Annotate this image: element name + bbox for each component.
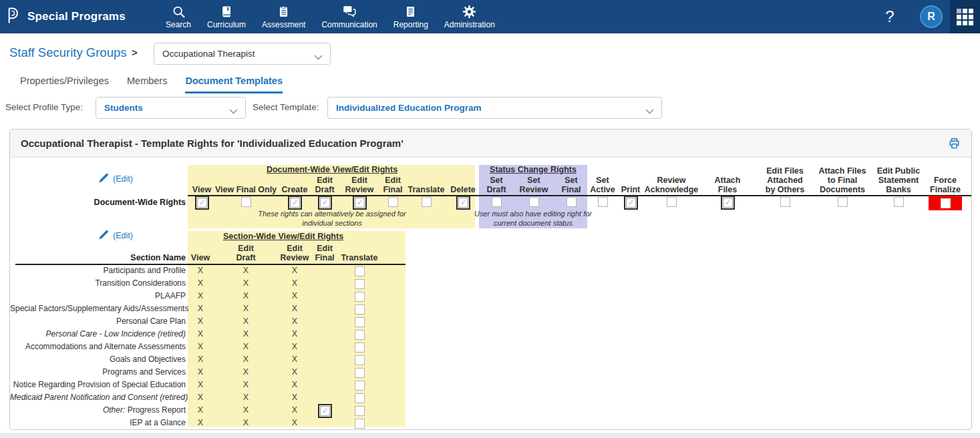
translate-checkbox[interactable] [355, 406, 365, 416]
x-mark: X [285, 278, 305, 288]
nav-item-label: Assessment [262, 20, 305, 29]
doc-right-checkbox[interactable] [566, 197, 577, 207]
section-name: Participants and Profile [10, 266, 186, 275]
x-mark: X [190, 393, 210, 402]
section-name: Special Factors/Supplementary Aids/Asses… [10, 304, 186, 313]
nav-item-communication[interactable]: Communication [313, 0, 385, 33]
nav-item-administration[interactable]: Administration [436, 0, 503, 33]
print-button[interactable] [948, 137, 961, 150]
translate-checkbox[interactable] [355, 292, 365, 302]
nav-item-label: Reporting [393, 20, 428, 29]
translate-checkbox[interactable] [355, 266, 365, 276]
nav-item-search[interactable]: Search [158, 0, 199, 33]
section-name: Accommodations and Alternate Assessments [10, 342, 186, 351]
x-mark: X [285, 380, 305, 389]
x-mark: X [285, 291, 305, 300]
topbar-nav: SearchCurriculumAssessmentCommunicationR… [158, 0, 503, 33]
doc-right-checkbox-checked[interactable]: ✓ [288, 196, 302, 210]
doc-right-checkbox[interactable] [422, 197, 432, 207]
x-mark: X [236, 316, 256, 326]
nav-item-reporting[interactable]: Reporting [385, 0, 436, 33]
doc-right-checkbox-checked[interactable]: ✓ [195, 196, 209, 210]
translate-checkbox[interactable] [355, 317, 365, 327]
section-name: Goals and Objectives [10, 355, 186, 364]
nav-item-label: Administration [444, 20, 495, 29]
x-mark: X [236, 329, 256, 339]
avatar[interactable]: R [920, 5, 943, 28]
profile-type-select[interactable]: Students [96, 97, 246, 119]
template-rights-panel: Occupational Therapist - Template Rights… [9, 129, 972, 430]
translate-checkbox[interactable] [355, 330, 365, 340]
translate-checkbox[interactable] [355, 368, 365, 378]
breadcrumb-staff-security-groups[interactable]: Staff Security Groups [9, 45, 127, 60]
force-finalize-alert [929, 196, 962, 210]
search-icon [172, 4, 186, 19]
doc-right-checkbox[interactable] [492, 197, 502, 207]
doc-col-header: Force Finalize [905, 176, 972, 194]
security-group-value: Occupational Therapist [162, 49, 255, 59]
x-mark: X [236, 278, 256, 288]
x-mark: X [190, 316, 210, 326]
section-name: Personal Care - Low Incidence (retired) [10, 329, 186, 339]
tab-document-templates[interactable]: Document Templates [185, 75, 283, 93]
template-value: Individualized Education Program [336, 103, 482, 113]
translate-checkbox[interactable] [355, 381, 365, 391]
x-mark: X [285, 316, 305, 326]
doc-right-checkbox[interactable] [598, 197, 608, 207]
doc-right-checkbox[interactable] [667, 197, 677, 207]
tab-members[interactable]: Members [127, 75, 167, 93]
checkmark-icon: ✓ [197, 198, 207, 208]
doc-right-checkbox-checked[interactable]: ✓ [624, 196, 638, 210]
nav-item-curriculum[interactable]: Curriculum [199, 0, 254, 33]
translate-checkbox[interactable] [355, 355, 365, 365]
report-icon [404, 4, 417, 19]
doc-right-checkbox[interactable] [388, 197, 398, 207]
section-rights-group-title: Section-Wide View/Edit Rights [183, 232, 383, 241]
doc-right-checkbox-checked[interactable]: ✓ [456, 196, 470, 210]
x-mark: X [236, 291, 256, 300]
bottom-scrollbar-track[interactable] [0, 433, 980, 438]
doc-right-checkbox[interactable] [838, 197, 848, 207]
document-header-rule [188, 195, 971, 196]
panel-title: Occupational Therapist - Template Rights… [21, 138, 948, 149]
nav-item-label: Communication [321, 20, 377, 29]
help-button[interactable]: ? [880, 0, 899, 33]
section-name: Notice Regarding Provision of Special Ed… [10, 380, 186, 389]
status-rights-group-title: Status Change Rights [466, 165, 600, 174]
translate-checkbox[interactable] [355, 419, 365, 429]
checkmark-icon: ✓ [290, 198, 300, 208]
nav-item-assessment[interactable]: Assessment [254, 0, 313, 33]
doc-right-checkbox-checked[interactable]: ✓ [318, 196, 332, 210]
security-group-select[interactable]: Occupational Therapist [154, 43, 331, 65]
doc-right-checkbox[interactable] [894, 197, 904, 207]
checkmark-icon: ✓ [320, 406, 330, 416]
translate-checkbox[interactable] [355, 304, 365, 314]
document-rights-edit-link[interactable]: (Edit) [99, 173, 133, 185]
doc-right-checkbox[interactable] [529, 197, 539, 207]
translate-checkbox[interactable] [355, 393, 365, 403]
doc-right-checkbox[interactable] [941, 198, 951, 208]
doc-right-checkbox[interactable] [780, 197, 790, 207]
x-mark: X [285, 418, 305, 427]
doc-right-checkbox-checked[interactable]: ✓ [721, 196, 735, 210]
doc-right-checkbox-checked[interactable]: ✓ [353, 196, 367, 210]
section-name: Programs and Services [10, 367, 186, 377]
section-name: Transition Considerations [10, 278, 186, 288]
template-select[interactable]: Individualized Education Program [327, 97, 662, 119]
x-mark: X [285, 405, 305, 415]
doc-right-checkbox[interactable] [241, 197, 251, 207]
edit-final-checkbox-checked[interactable]: ✓ [318, 404, 332, 418]
x-mark: X [236, 367, 256, 377]
edit-link-label: (Edit) [113, 231, 133, 240]
tab-properties-privileges[interactable]: Properties/Privileges [20, 75, 109, 93]
x-mark: X [190, 304, 210, 313]
translate-checkbox[interactable] [355, 279, 365, 289]
translate-checkbox[interactable] [355, 343, 365, 353]
chevron-down-icon [229, 106, 238, 116]
checkmark-icon: ✓ [626, 198, 636, 208]
sec-col-header: Translate [319, 253, 399, 262]
section-rights-edit-link[interactable]: (Edit) [99, 230, 133, 242]
brand[interactable]: Special Programs [7, 0, 126, 33]
x-mark: X [236, 304, 256, 313]
app-switcher-button[interactable] [950, 0, 980, 33]
